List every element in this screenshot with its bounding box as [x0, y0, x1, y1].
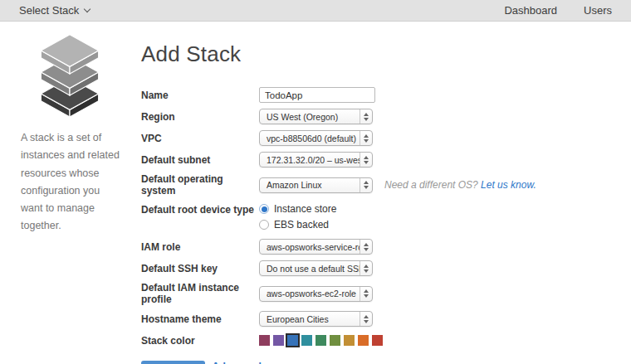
radio-unselected-icon — [259, 220, 269, 230]
vpc-row: VPC vpc-b88506d0 (default) — [141, 130, 613, 146]
hostname-theme-label: Hostname theme — [141, 313, 259, 325]
region-label: Region — [141, 111, 259, 123]
nav-dashboard[interactable]: Dashboard — [504, 4, 557, 17]
advanced-link[interactable]: Advanced » — [212, 361, 270, 364]
name-row: Name — [141, 87, 613, 103]
default-os-label: Default operating system — [141, 173, 259, 197]
region-row: Region US West (Oregon) — [141, 109, 613, 124]
stack-color-swatch[interactable] — [287, 335, 298, 346]
instance-profile-row: Default IAM instance profile aws-opswork… — [141, 282, 613, 305]
hostname-theme-select-value: European Cities — [260, 314, 360, 324]
default-os-row: Default operating system Amazon Linux Ne… — [141, 173, 613, 197]
select-arrows-icon — [360, 109, 372, 124]
ssh-key-select-value: Do not use a default SSH key — [260, 264, 360, 274]
sidebar: A stack is a set of instances and relate… — [0, 22, 139, 364]
default-subnet-select-value: 172.31.32.0/20 – us-west-2a — [260, 155, 360, 165]
vpc-label: VPC — [141, 133, 259, 144]
stack-color-label: Stack color — [141, 335, 259, 347]
stack-color-row: Stack color — [141, 332, 613, 348]
select-arrows-icon — [360, 287, 372, 301]
stack-color-swatch[interactable] — [316, 335, 326, 346]
default-subnet-row: Default subnet 172.31.32.0/20 – us-west-… — [141, 152, 613, 167]
opsworks-add-stack-page: Select Stack Dashboard Users — [0, 0, 631, 364]
ebs-backed-option[interactable]: EBS backed — [259, 219, 336, 231]
let-us-know-link[interactable]: Let us know. — [481, 179, 536, 191]
iam-role-row: IAM role aws-opsworks-service-role — [141, 239, 613, 255]
root-device-row: Default root device type Instance store … — [141, 202, 613, 231]
stack-color-swatch[interactable] — [358, 335, 369, 346]
select-arrows-icon — [360, 312, 372, 326]
select-stack-label: Select Stack — [19, 4, 79, 17]
stack-description: A stack is a set of instances and relate… — [21, 129, 120, 235]
default-os-select-value: Amazon Linux — [260, 180, 360, 190]
root-device-radio-group: Instance store EBS backed — [259, 202, 336, 231]
name-input[interactable] — [259, 87, 375, 103]
iam-role-select-value: aws-opsworks-service-role — [260, 242, 360, 252]
stack-color-swatch[interactable] — [259, 335, 270, 346]
radio-selected-icon — [259, 204, 269, 214]
stack-color-swatch[interactable] — [330, 335, 340, 346]
select-stack-menu[interactable]: Select Stack — [19, 4, 90, 17]
os-hint-text: Need a different OS? — [384, 179, 478, 191]
nav-users[interactable]: Users — [584, 4, 612, 17]
instance-profile-select-value: aws-opsworks-ec2-role — [260, 289, 360, 298]
stack-color-swatch[interactable] — [273, 335, 284, 346]
chevron-down-icon — [84, 6, 90, 12]
select-arrows-icon — [360, 153, 372, 167]
stack-layers-icon — [26, 32, 114, 118]
region-select[interactable]: US West (Oregon) — [259, 109, 373, 124]
topbar-nav: Dashboard Users — [504, 4, 612, 17]
hostname-theme-select[interactable]: European Cities — [259, 311, 373, 327]
select-arrows-icon — [360, 131, 372, 145]
add-stack-form: Add Stack Name Region US West (Oregon) V… — [139, 22, 631, 364]
root-device-label: Default root device type — [141, 202, 259, 216]
stack-color-swatches — [259, 335, 383, 346]
os-hint: Need a different OS? Let us know. — [384, 179, 536, 191]
hostname-theme-row: Hostname theme European Cities — [141, 311, 613, 327]
stack-color-swatch[interactable] — [372, 335, 383, 346]
ssh-key-label: Default SSH key — [141, 263, 259, 274]
default-os-select[interactable]: Amazon Linux — [259, 177, 373, 193]
instance-profile-label: Default IAM instance profile — [141, 282, 259, 305]
select-arrows-icon — [360, 261, 372, 275]
badge-row: NEW DEFAULT Advanced » — [141, 361, 613, 364]
select-arrows-icon — [360, 240, 372, 254]
iam-role-label: IAM role — [141, 241, 259, 253]
ssh-key-row: Default SSH key Do not use a default SSH… — [141, 260, 613, 276]
instance-store-option[interactable]: Instance store — [259, 203, 336, 215]
stack-color-swatch[interactable] — [344, 335, 355, 346]
default-subnet-select[interactable]: 172.31.32.0/20 – us-west-2a — [259, 152, 373, 167]
name-label: Name — [141, 90, 259, 101]
vpc-select-value: vpc-b88506d0 (default) — [260, 133, 360, 143]
ssh-key-select[interactable]: Do not use a default SSH key — [259, 260, 373, 276]
vpc-select[interactable]: vpc-b88506d0 (default) — [259, 130, 373, 146]
instance-profile-select[interactable]: aws-opsworks-ec2-role — [259, 286, 373, 302]
stack-color-swatch[interactable] — [301, 335, 312, 346]
iam-role-select[interactable]: aws-opsworks-service-role — [259, 239, 373, 255]
default-subnet-label: Default subnet — [141, 154, 259, 166]
top-navigation-bar: Select Stack Dashboard Users — [0, 0, 631, 22]
select-arrows-icon — [360, 178, 372, 192]
region-select-value: US West (Oregon) — [260, 112, 360, 122]
page-title: Add Stack — [141, 41, 613, 67]
instance-store-label: Instance store — [274, 203, 336, 215]
new-default-badge: NEW DEFAULT — [141, 361, 205, 364]
ebs-backed-label: EBS backed — [274, 219, 329, 231]
